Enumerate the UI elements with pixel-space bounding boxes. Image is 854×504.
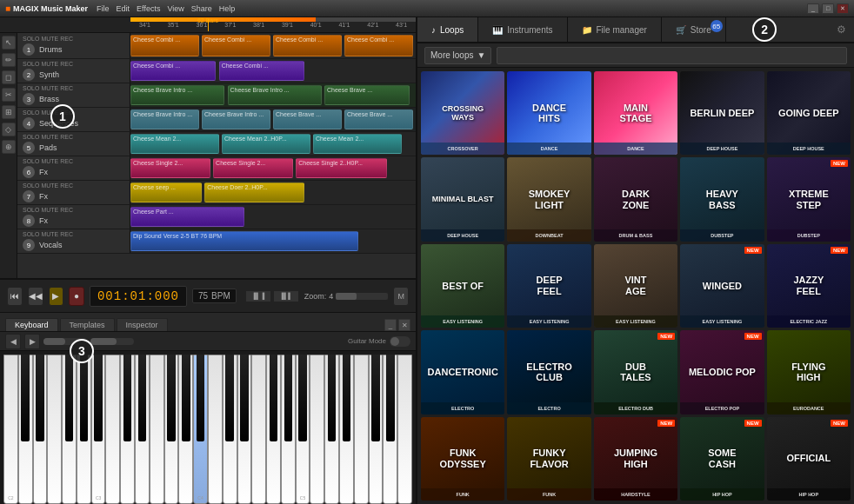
clip[interactable]: Cheese Brave Intro ...: [130, 109, 199, 129]
white-key[interactable]: C2: [3, 355, 18, 504]
white-key[interactable]: [47, 355, 62, 504]
clip[interactable]: Cheese Combi ...: [130, 35, 199, 56]
play-button[interactable]: ▶: [49, 287, 64, 306]
list-item[interactable]: DARKZONE DRUM & BASS: [594, 157, 677, 241]
white-key[interactable]: [251, 355, 266, 504]
zoom-slider[interactable]: [336, 293, 388, 300]
tab-loops[interactable]: ♪ Loops: [417, 17, 478, 42]
track-clips[interactable]: Cheese Brave Intro ... Cheese Brave Intr…: [130, 108, 416, 131]
black-key[interactable]: [65, 355, 73, 441]
list-item[interactable]: heavybass DUBSTEP: [680, 157, 764, 241]
clip[interactable]: Cheese Part ...: [130, 207, 244, 227]
clip[interactable]: Cheese seep ...: [130, 182, 202, 202]
track-clips[interactable]: Cheese seep ... Cheese Doer 2..H0P...: [130, 181, 416, 204]
clip[interactable]: Cheese Combi ...: [219, 61, 304, 81]
clip[interactable]: Cheese Brave Intro ...: [202, 109, 270, 129]
tool-mute[interactable]: ◇: [2, 123, 16, 136]
list-item[interactable]: ELECTRO CLUB ELECTRO: [507, 330, 590, 414]
list-item[interactable]: NEW OFFICIAL HIP HOP: [767, 417, 851, 501]
white-key[interactable]: [354, 355, 369, 504]
tool-zoom[interactable]: ⊕: [2, 140, 16, 154]
tab-keyboard[interactable]: Keyboard: [5, 318, 58, 331]
list-item[interactable]: DANCEHITS DANCE: [507, 71, 590, 155]
list-item[interactable]: DANCETRONIC ELECTRO: [421, 330, 504, 414]
loop-mode-2[interactable]: ▐▌▌: [273, 290, 299, 302]
clip[interactable]: Cheese Combi ...: [273, 35, 342, 56]
close-button[interactable]: ✕: [837, 3, 849, 14]
list-item[interactable]: NEW WINGED EASY LISTENING: [680, 244, 764, 328]
tab-inspector[interactable]: Inspector: [117, 318, 168, 331]
black-key[interactable]: [284, 355, 292, 441]
key-slider-2[interactable]: [90, 338, 134, 345]
track-clips[interactable]: Cheese Single 2... Cheese Single 2... Ch…: [130, 156, 416, 180]
menu-view[interactable]: View: [167, 4, 183, 13]
black-key[interactable]: [240, 355, 248, 441]
track-clips[interactable]: Cheese Mean 2... Cheese Mean 2..H0P... C…: [130, 132, 416, 156]
list-item[interactable]: BEST OF EASY LISTENING: [421, 244, 504, 328]
black-key[interactable]: [225, 355, 233, 441]
maximize-button[interactable]: □: [822, 3, 834, 14]
list-item[interactable]: DEEPFEEL EASY LISTENING: [507, 244, 590, 328]
search-input[interactable]: [497, 47, 847, 64]
rewind-button[interactable]: ⏮: [7, 287, 23, 306]
black-key[interactable]: [328, 355, 336, 441]
list-item[interactable]: NEW Melodic POP ELECTRO POP: [680, 330, 764, 414]
clip[interactable]: Cheese Brave Intro ...: [130, 85, 224, 105]
black-key[interactable]: [182, 355, 190, 441]
list-item[interactable]: VINTAGE EASY LISTENING: [594, 244, 677, 328]
list-item[interactable]: SMOKEYLIGHT DOWNBEAT: [507, 157, 590, 241]
octave-up[interactable]: ▶: [24, 334, 40, 349]
menu-file[interactable]: File: [97, 4, 110, 13]
menu-effects[interactable]: Effects: [137, 4, 160, 13]
panel-close[interactable]: ✕: [398, 319, 410, 331]
white-key[interactable]: [150, 355, 164, 504]
clip[interactable]: Cheese Brave ...: [324, 85, 410, 105]
black-key[interactable]: [298, 355, 306, 441]
menu-share[interactable]: Share: [191, 4, 212, 13]
list-item[interactable]: FUNKODYSSEY FUNK: [421, 417, 504, 501]
menu-edit[interactable]: Edit: [117, 4, 130, 13]
list-item[interactable]: NEW xtremestep DUBSTEP: [767, 157, 851, 241]
black-key[interactable]: [138, 355, 146, 441]
track-clips[interactable]: Cheese Brave Intro ... Cheese Brave Intr…: [130, 83, 416, 107]
list-item[interactable]: NEW JUMPINGHIGH HARDSTYLE: [594, 417, 677, 501]
black-key[interactable]: [36, 355, 43, 441]
list-item[interactable]: CROSSINGWAYS CROSSOVER: [421, 71, 504, 155]
loop-mode-1[interactable]: ▐▌▐: [245, 290, 271, 302]
minimize-button[interactable]: _: [807, 3, 819, 14]
black-key[interactable]: [167, 355, 175, 441]
tab-file-manager[interactable]: 📁 File manager: [568, 17, 662, 42]
clip[interactable]: Cheese Single 2..H0P...: [296, 158, 387, 178]
tab-instruments[interactable]: 🎹 Instruments: [478, 17, 567, 42]
black-key[interactable]: [386, 355, 394, 441]
list-item[interactable]: minimal blast DEEP HOUSE: [421, 157, 504, 241]
list-item[interactable]: FLYINGHIGH EURODANCE: [767, 330, 851, 414]
list-item[interactable]: berlin deep DEEP HOUSE: [680, 71, 764, 155]
black-key[interactable]: [94, 355, 102, 441]
list-item[interactable]: NEW JAZZYFeel ELECTRIC JAZZ: [767, 244, 851, 328]
panel-minimize[interactable]: _: [384, 319, 397, 331]
tool-pointer[interactable]: ↖: [2, 36, 16, 50]
list-item[interactable]: NEW SOMECASH HIP HOP: [680, 417, 764, 501]
tab-store[interactable]: 🛒 Store 65: [662, 17, 726, 42]
black-key[interactable]: [270, 355, 277, 441]
track-clips[interactable]: Cheese Combi ... Cheese Combi ...: [130, 59, 416, 83]
midi-button[interactable]: M: [393, 287, 409, 306]
clip[interactable]: Cheese Brave ...: [344, 109, 413, 129]
clip[interactable]: Cheese Combi ...: [130, 61, 216, 81]
list-item[interactable]: NEW DUBTALES ELECTRO DUB: [594, 330, 677, 414]
clip[interactable]: Cheese Doer 2..H0P...: [204, 182, 304, 202]
white-key[interactable]: [310, 355, 324, 504]
piano-keyboard[interactable]: C2 C3 C4: [0, 351, 416, 504]
white-key[interactable]: [208, 355, 223, 504]
back-button[interactable]: ◀◀: [28, 287, 43, 306]
clip[interactable]: Cheese Brave Intro ...: [228, 85, 322, 105]
tool-draw[interactable]: ✏: [2, 53, 16, 67]
black-key[interactable]: [123, 355, 131, 441]
clip[interactable]: Cheese Combi ...: [202, 35, 270, 56]
track-clips[interactable]: Dip Sound Verse 2-5 BT 76 BPM: [130, 229, 416, 253]
tool-cut[interactable]: ✂: [2, 88, 16, 102]
settings-icon[interactable]: ⚙: [830, 17, 854, 42]
black-key[interactable]: [80, 355, 88, 441]
clip[interactable]: Cheese Mean 2...: [130, 134, 219, 154]
